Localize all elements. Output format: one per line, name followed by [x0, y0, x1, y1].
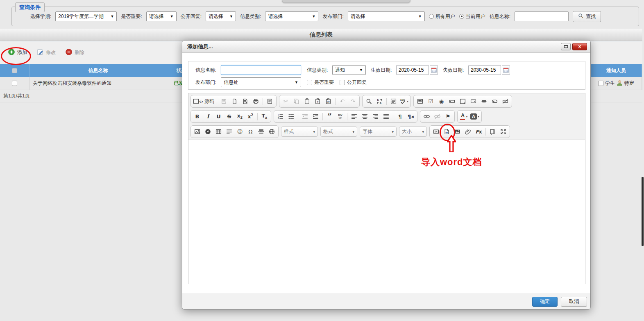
strikethrough-button[interactable]: S [224, 111, 234, 122]
copy-button[interactable] [291, 96, 302, 106]
department-select[interactable]: 请选择▼ [348, 11, 425, 21]
import-word-button[interactable]: w [442, 127, 452, 137]
select-all-checkbox[interactable] [12, 68, 17, 73]
specific-link[interactable]: 特定 [624, 80, 634, 87]
anchor-button[interactable]: ⚑ [443, 111, 453, 122]
redo-button[interactable]: ↷ [348, 96, 358, 106]
bidi-ltr-button[interactable]: ¶ [395, 111, 405, 122]
attachment-button[interactable] [463, 127, 473, 137]
templates-button[interactable] [265, 96, 275, 106]
photo-gallery-button[interactable] [452, 127, 463, 137]
public-reply-checkbox[interactable]: 公开回复 [340, 79, 367, 86]
current-user-radio[interactable]: 当前用户 [459, 13, 485, 20]
paste-word-button[interactable]: W [323, 96, 333, 106]
undo-button[interactable]: ↶ [337, 96, 347, 106]
form-button[interactable] [415, 96, 425, 106]
close-button[interactable]: X [572, 43, 587, 50]
textarea-field-button[interactable] [458, 96, 468, 106]
public-reply-select[interactable]: 请选择▼ [206, 11, 236, 21]
select-block-button[interactable] [488, 127, 498, 137]
button-field-button[interactable] [479, 96, 489, 106]
form-department-select[interactable]: 信息处▼ [221, 77, 301, 87]
div-container-button[interactable]: DIV</> [335, 111, 345, 122]
start-date-input[interactable] [396, 65, 429, 75]
unlink-button[interactable] [432, 111, 442, 122]
underline-button[interactable]: U [213, 111, 224, 122]
smiley-button[interactable]: ☺ [235, 127, 245, 137]
special-char-button[interactable]: Ω [245, 127, 256, 137]
select-all-button[interactable] [388, 96, 399, 106]
all-users-radio[interactable]: 所有用户 [429, 13, 455, 20]
image-button-field-button[interactable] [490, 96, 500, 106]
print-button[interactable] [251, 96, 261, 106]
important-select[interactable]: 请选择▼ [146, 11, 177, 21]
scrollbar-thumb[interactable] [642, 177, 644, 246]
italic-button[interactable]: I [203, 111, 213, 122]
numbered-list-button[interactable]: 123 [275, 111, 286, 122]
style-select[interactable]: 样式▾ [281, 127, 318, 137]
text-color-button[interactable]: A▾ [459, 111, 469, 122]
formula-button[interactable]: Fx [474, 127, 484, 137]
hidden-field-button[interactable] [500, 96, 510, 106]
category-select[interactable]: 请选择▼ [265, 11, 318, 21]
spell-check-button[interactable]: ABC▾ [399, 96, 409, 106]
end-date-input[interactable] [468, 65, 501, 75]
link-button[interactable] [422, 111, 432, 122]
modify-button[interactable]: 修改 [37, 49, 56, 57]
select-field-button[interactable] [468, 96, 478, 106]
form-category-select[interactable]: 通知▼ [332, 65, 366, 75]
flash-button[interactable] [203, 127, 213, 137]
save-button[interactable] [219, 96, 229, 106]
font-select[interactable]: 字体▾ [360, 127, 397, 137]
superscript-button[interactable]: x2 [245, 111, 256, 122]
image-button[interactable] [192, 127, 202, 137]
radio-field-button[interactable]: ◉ [436, 96, 447, 106]
end-date-calendar-button[interactable] [502, 66, 510, 75]
search-button[interactable]: 查找 [573, 11, 601, 22]
paste-button[interactable] [302, 96, 312, 106]
start-date-calendar-button[interactable] [430, 66, 438, 75]
delete-button[interactable]: 删除 [66, 49, 84, 57]
horizontal-rule-button[interactable] [224, 127, 234, 137]
remove-format-button[interactable]: Tx [259, 111, 270, 122]
bulleted-list-button[interactable] [286, 111, 296, 122]
table-button[interactable] [213, 127, 224, 137]
align-right-button[interactable] [370, 111, 381, 122]
align-center-button[interactable] [360, 111, 370, 122]
source-button[interactable]: ‹›源码 [192, 96, 215, 106]
text-field-button[interactable] [447, 96, 457, 106]
page-break-button[interactable] [256, 127, 266, 137]
background-color-button[interactable]: A▾ [469, 111, 480, 122]
paste-text-button[interactable]: T [313, 96, 323, 106]
form-name-input[interactable] [221, 65, 301, 75]
find-button[interactable] [364, 96, 374, 106]
subscript-button[interactable]: x2 [235, 111, 245, 122]
align-justify-button[interactable] [381, 111, 391, 122]
align-left-button[interactable] [349, 111, 359, 122]
important-checkbox[interactable]: 是否重要 [307, 79, 334, 86]
add-button[interactable]: 添加 [8, 49, 27, 57]
blockquote-button[interactable]: ” [324, 111, 335, 122]
checkbox-field-button[interactable]: ☑ [426, 96, 436, 106]
replace-button[interactable]: ba [374, 96, 385, 106]
maximize-button[interactable] [498, 127, 508, 137]
cancel-button[interactable]: 取消 [561, 297, 587, 307]
row-checkbox[interactable] [12, 81, 17, 86]
ok-button[interactable]: 确定 [532, 297, 558, 307]
bidi-rtl-button[interactable]: ¶◂ [406, 111, 416, 122]
format-select[interactable]: 格式▾ [320, 127, 357, 137]
bold-button[interactable]: B [192, 111, 202, 122]
new-page-button[interactable] [229, 96, 240, 106]
preview-button[interactable] [240, 96, 250, 106]
media-button[interactable] [431, 127, 441, 137]
semester-select[interactable]: 2019学年度第二学期▼ [55, 11, 117, 21]
indent-button[interactable] [311, 111, 321, 122]
cut-button[interactable]: ✂ [281, 96, 291, 106]
iframe-button[interactable] [267, 127, 277, 137]
editor-content[interactable] [188, 140, 585, 290]
outdent-button[interactable] [300, 111, 310, 122]
maximize-window-button[interactable] [561, 43, 571, 50]
size-select[interactable]: 大小▾ [399, 127, 427, 137]
info-name-input[interactable] [515, 11, 569, 21]
student-checkbox[interactable] [598, 81, 603, 86]
